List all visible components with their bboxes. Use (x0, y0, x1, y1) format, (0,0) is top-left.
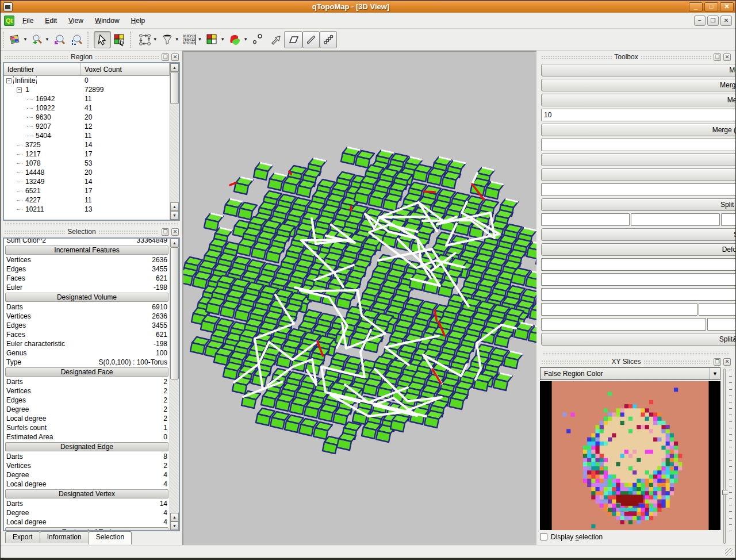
dock-handle[interactable] (641, 55, 711, 59)
scroll-up-icon[interactable]: ▲ (170, 63, 179, 72)
toolbox-input[interactable] (541, 109, 736, 121)
table-row[interactable]: 372514 (4, 140, 170, 149)
titlebar[interactable]: qTopoMap - [3D View] _ □ ✕ (1, 0, 735, 13)
xy-slices-panel-header[interactable]: XY Slices ❐ ✕ (541, 357, 731, 366)
region-map-icon[interactable]: ▼ (7, 31, 29, 48)
toolbox-button[interactable]: Split&Merge Simple (541, 333, 736, 346)
slice-image[interactable] (540, 381, 720, 530)
close-panel-icon[interactable]: ✕ (171, 53, 179, 61)
selection-panel-header[interactable]: Selection ❐ ✕ (4, 227, 179, 236)
list-item[interactable]: Vertices2636 (4, 312, 170, 321)
list-item[interactable]: Estimated Area0 (4, 432, 170, 442)
scroll-up-icon[interactable]: ▲ (170, 513, 179, 521)
column-header-voxel-count[interactable]: Voxel Count (81, 63, 170, 75)
3d-view[interactable] (182, 51, 536, 545)
toolbox-button[interactable]: Split by Barycenter (541, 198, 736, 211)
zoom-in-icon[interactable]: ▼ (29, 31, 51, 48)
toolbox-panel-header[interactable]: Toolbox ❐ ✕ (541, 52, 731, 62)
tab-information[interactable]: Information (40, 531, 89, 543)
mdi-restore-button[interactable]: ❐ (707, 16, 719, 26)
slice-color-mode-combobox[interactable]: False Region Color ▼ (540, 367, 720, 380)
edge-toggle-icon[interactable] (302, 31, 320, 48)
list-item[interactable]: Degree4 (4, 508, 170, 517)
toolbox-input[interactable] (541, 183, 736, 196)
filter-icon[interactable]: ▼ (159, 31, 181, 48)
list-item[interactable]: Edges3455 (4, 321, 170, 330)
list-item[interactable]: Surfels count1 (4, 423, 170, 432)
table-row[interactable]: 920712 (4, 122, 170, 131)
menu-file[interactable]: File (17, 14, 39, 27)
toolbox-input[interactable] (699, 303, 736, 316)
zoom-fit-icon[interactable] (51, 31, 68, 48)
slider-handle-icon[interactable] (722, 490, 730, 495)
toolbox-button[interactable]: Deformation Face (541, 243, 736, 256)
voxel-values-icon[interactable]: 918352765412876102▼ (181, 31, 204, 48)
list-item[interactable]: Degree4 (4, 470, 170, 480)
mdi-close-button[interactable]: ✕ (720, 16, 732, 26)
toolbar-handle[interactable] (3, 32, 6, 48)
list-item[interactable]: Euler characteristic-198 (4, 339, 170, 348)
list-item[interactable]: Local degree4 (4, 517, 170, 527)
volume-cubes-icon[interactable]: ▼ (204, 31, 227, 48)
menu-help[interactable]: Help (125, 14, 151, 27)
chevron-down-icon[interactable]: ▼ (710, 368, 720, 379)
table-row[interactable]: 1324914 (4, 177, 170, 186)
selection-scrollbar[interactable]: ▲ ▲ ▼ (170, 239, 179, 530)
slice-slider[interactable] (722, 367, 732, 545)
arrow-ne-icon[interactable] (267, 31, 284, 48)
table-row[interactable]: 540411 (4, 131, 170, 140)
close-panel-icon[interactable]: ✕ (723, 358, 731, 366)
chevron-down-icon[interactable]: ▼ (175, 37, 179, 42)
list-item[interactable]: Genus100 (4, 348, 170, 358)
float-panel-icon[interactable]: ❐ (162, 228, 169, 236)
close-panel-icon[interactable]: ✕ (723, 53, 731, 61)
float-panel-icon[interactable]: ❐ (162, 53, 169, 61)
scroll-up-icon[interactable]: ▲ (170, 239, 179, 247)
toolbox-input[interactable] (541, 139, 736, 151)
chevron-down-icon[interactable]: ▼ (45, 37, 49, 42)
toolbox-input[interactable] (541, 273, 736, 286)
toolbox-button[interactable]: Burst All (541, 168, 736, 181)
toolbox-button[interactable]: Merge (incident regions) (541, 124, 736, 136)
scroll-down-icon[interactable]: ▼ (170, 211, 179, 220)
toolbox-button[interactable]: Merge (global) (541, 94, 736, 106)
chevron-down-icon[interactable]: ▼ (220, 37, 225, 42)
table-row[interactable]: 1092241 (4, 103, 170, 113)
list-item[interactable]: Vertices2636 (4, 255, 170, 264)
menu-view[interactable]: View (63, 14, 89, 27)
toolbox-input[interactable] (541, 303, 697, 316)
minimize-button[interactable]: _ (689, 2, 703, 11)
table-row[interactable]: 1694211 (4, 94, 170, 103)
list-item[interactable]: Local degree4 (4, 480, 170, 489)
list-item[interactable]: Euler-198 (4, 283, 170, 292)
list-item[interactable]: Local degree2 (4, 414, 170, 423)
dock-splitter[interactable] (5, 221, 178, 226)
dock-handle[interactable] (541, 360, 609, 364)
table-row[interactable]: 963020 (4, 113, 170, 122)
list-item[interactable]: Darts8 (4, 452, 170, 461)
table-row[interactable]: 1021113 (4, 205, 170, 214)
list-item[interactable]: Edges3455 (4, 264, 170, 274)
list-item[interactable]: Degree2 (4, 405, 170, 414)
close-button[interactable]: ✕ (720, 2, 734, 11)
chevron-down-icon[interactable]: ▼ (23, 37, 28, 42)
tree-expander-icon[interactable]: − (6, 78, 12, 83)
table-row[interactable]: −Infinite0 (4, 76, 170, 85)
dock-handle[interactable] (95, 55, 159, 59)
dock-handle[interactable] (4, 230, 65, 234)
resize-grip[interactable] (725, 548, 733, 556)
list-item[interactable]: Faces621 (4, 274, 170, 283)
toolbox-input[interactable] (707, 318, 736, 331)
chevron-down-icon[interactable]: ▼ (153, 37, 158, 42)
zoom-selection-icon[interactable] (68, 31, 86, 48)
table-row[interactable]: 652117 (4, 186, 170, 195)
toolbox-input[interactable] (541, 213, 630, 226)
list-item[interactable]: Vertices2 (4, 386, 170, 396)
dock-handle[interactable] (541, 55, 612, 59)
dock-handle[interactable] (4, 55, 68, 59)
list-item[interactable]: Vertices2 (4, 461, 170, 470)
table-row[interactable]: 107853 (4, 159, 170, 168)
maximize-button[interactable]: □ (704, 2, 718, 11)
dock-handle[interactable] (98, 230, 159, 234)
points-icon[interactable] (250, 31, 267, 48)
